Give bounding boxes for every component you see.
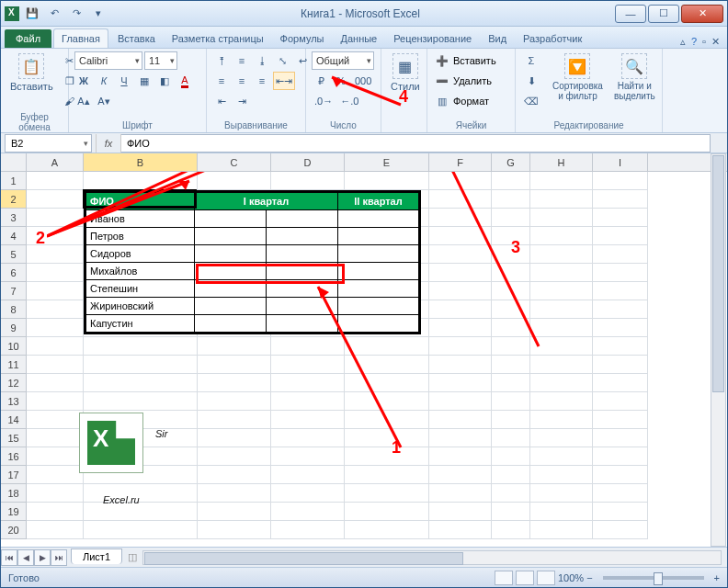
qat-save-icon[interactable]: 💾 [23,5,41,23]
cell[interactable] [593,447,648,466]
cell[interactable] [530,429,593,447]
row-header[interactable]: 4 [1,227,27,245]
table-row[interactable]: Михайлов [86,263,195,280]
select-all-corner[interactable] [1,153,27,171]
sheet-nav-last-icon[interactable]: ⏭ [51,549,67,566]
cell[interactable] [345,374,429,392]
zoom-out-icon[interactable]: − [586,572,592,583]
cell[interactable] [27,190,84,209]
cell[interactable] [593,484,648,503]
tab-home[interactable]: Главная [53,28,108,48]
tab-formulas[interactable]: Формулы [273,29,332,48]
cell[interactable] [271,172,345,190]
cell[interactable] [492,337,530,356]
cell[interactable] [530,392,593,411]
increase-indent-icon[interactable]: ⇥ [233,92,251,110]
qat-customize-icon[interactable]: ▾ [89,5,108,23]
fill-color-button[interactable]: ◧ [155,72,174,90]
cell[interactable] [84,392,198,411]
row-header[interactable]: 14 [1,411,27,429]
cell[interactable] [593,245,648,264]
cell[interactable] [492,356,530,374]
cell[interactable] [27,245,84,264]
sheet-nav-next-icon[interactable]: ▶ [34,549,51,566]
align-left-icon[interactable]: ≡ [212,72,231,90]
view-page-layout-icon[interactable] [516,571,534,585]
increase-decimal-icon[interactable]: .0→ [312,92,336,110]
cell[interactable] [530,521,593,539]
tab-file[interactable]: Файл [5,29,51,48]
autosum-icon[interactable]: Σ [521,51,541,70]
font-color-button[interactable]: A [176,72,194,90]
row-header[interactable]: 6 [1,264,27,282]
zoom-in-icon[interactable]: + [714,572,720,583]
cell[interactable] [429,209,492,227]
cell[interactable] [27,209,84,227]
decrease-decimal-icon[interactable]: ←.0 [337,92,361,110]
styles-button[interactable]: ▦ Стили [387,51,424,94]
cell[interactable] [271,392,345,411]
cell[interactable] [492,429,530,447]
cell[interactable] [345,447,429,466]
cell[interactable] [429,245,492,264]
cell[interactable] [27,337,84,356]
cell[interactable] [429,447,492,466]
paste-button[interactable]: 📋 Вставить [6,51,57,94]
cell[interactable] [530,319,593,337]
cell[interactable] [345,466,429,484]
cell[interactable] [530,411,593,429]
cell[interactable] [27,521,84,539]
cell[interactable] [530,227,593,245]
tab-review[interactable]: Рецензирование [386,29,479,48]
cell[interactable] [84,337,198,356]
cell[interactable] [593,374,648,392]
close-button[interactable]: ✕ [681,5,723,23]
cell[interactable] [492,521,530,539]
row-header[interactable]: 15 [1,429,27,447]
number-format-combo[interactable]: Общий [312,51,374,70]
doc-close-icon[interactable]: ✕ [711,36,720,48]
find-select-button[interactable]: 🔍 Найти и выделить [610,51,659,103]
tab-view[interactable]: Вид [481,29,514,48]
tab-developer[interactable]: Разработчик [516,29,589,48]
cell[interactable] [593,319,648,337]
cell[interactable] [593,411,648,429]
cell[interactable] [271,466,345,484]
cell[interactable] [593,190,648,209]
border-button[interactable]: ▦ [135,72,154,90]
cell[interactable] [429,503,492,521]
cell[interactable] [429,429,492,447]
row-header[interactable]: 2 [1,190,27,209]
row-header[interactable]: 1 [1,172,27,190]
merge-center-button[interactable]: ⇤⇥ [273,72,295,90]
cell[interactable] [492,374,530,392]
table-row[interactable]: Иванов [86,210,195,228]
zoom-level[interactable]: 100% [558,572,584,583]
align-center-icon[interactable]: ≡ [233,72,251,90]
cell[interactable] [345,484,429,503]
cell[interactable] [530,374,593,392]
cell[interactable] [492,411,530,429]
col-header-g[interactable]: G [492,153,530,171]
cell[interactable] [429,337,492,356]
qat-redo-icon[interactable]: ↷ [67,5,85,23]
row-header[interactable]: 10 [1,337,27,356]
row-header[interactable]: 19 [1,503,27,521]
row-header[interactable]: 5 [1,245,27,264]
row-header[interactable]: 13 [1,392,27,411]
cell[interactable] [429,190,492,209]
row-header[interactable]: 17 [1,466,27,484]
comma-icon[interactable]: 000 [352,72,374,90]
percent-icon[interactable]: % [332,72,350,90]
col-header-e[interactable]: E [345,153,429,171]
fx-icon[interactable]: fx [96,134,121,153]
cell[interactable] [530,356,593,374]
bold-button[interactable]: Ж [74,72,93,90]
col-header-a[interactable]: A [27,153,84,171]
cell[interactable] [593,209,648,227]
qat-undo-icon[interactable]: ↶ [45,5,63,23]
cell[interactable] [27,319,84,337]
cell[interactable] [27,172,84,190]
cell[interactable] [530,503,593,521]
cell[interactable] [198,337,271,356]
